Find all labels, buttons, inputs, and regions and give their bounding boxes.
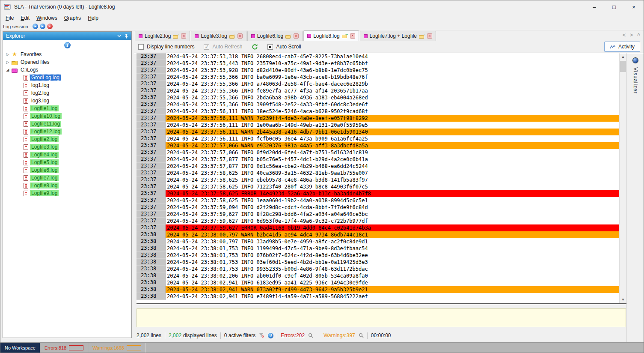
tree-item[interactable]: ▷ ★ Favorites xyxy=(3,51,131,58)
log-row[interactable]: 23:37 2024-05-24 23:37:57,066 WARN e9320… xyxy=(137,142,619,149)
visualizer-label[interactable]: Visualizer xyxy=(632,67,638,94)
log-row[interactable]: 23:38 2024-05-24 23:38:02,941 INFO e7489… xyxy=(137,293,619,300)
tree-item[interactable]: Logfile5.log xyxy=(3,159,131,166)
display-line-numbers-checkbox[interactable] xyxy=(138,44,144,50)
tree-item-label[interactable]: Logfile5.log xyxy=(30,159,59,165)
info-icon[interactable]: i xyxy=(64,42,71,48)
auto-refresh-checkbox[interactable] xyxy=(204,44,209,50)
log-row[interactable]: 23:37 2024-05-24 23:37:59,627 ERROR 0ad4… xyxy=(137,224,619,231)
session-back-button[interactable]: ◄ xyxy=(33,24,38,29)
log-row[interactable]: 23:38 2024-05-24 23:38:02,941 INFO 6183e… xyxy=(137,279,619,286)
log-row[interactable]: 23:37 2024-05-24 23:37:57,877 INFO 0d1c5… xyxy=(137,163,619,170)
open-file-location-icon[interactable]: → xyxy=(419,34,425,39)
tree-item[interactable]: Logfile10.log xyxy=(3,112,131,120)
log-row[interactable]: 23:37 2024-05-24 23:37:55,366 INFO 2bda6… xyxy=(137,94,619,101)
menu-item[interactable]: Help xyxy=(84,14,102,22)
log-row[interactable]: 23:37 2024-05-24 23:37:55,366 INFO ba0a6… xyxy=(137,74,619,81)
tree-item[interactable]: Logfile12.log xyxy=(3,128,131,135)
log-row[interactable]: 23:38 2024-05-24 23:38:00,797 INFO 33ad9… xyxy=(137,238,619,245)
tab-close-icon[interactable]: × xyxy=(237,33,243,39)
log-row[interactable]: 23:37 2024-05-24 23:37:57,877 INFO b05c7… xyxy=(137,156,619,163)
menu-item[interactable]: Edit xyxy=(17,14,33,22)
tab-label[interactable]: Logfile6.log xyxy=(257,33,283,39)
explorer-header[interactable]: Explorer xyxy=(3,32,131,40)
log-row[interactable]: 23:37 2024-05-24 23:37:59,627 INFO 8f28c… xyxy=(137,211,619,218)
scroll-down-icon[interactable]: ▼ xyxy=(620,296,626,303)
scroll-up-icon[interactable]: ▲ xyxy=(620,53,626,60)
expander-icon[interactable]: ▷ xyxy=(6,52,10,57)
tree-item-label[interactable]: Logfile10.log xyxy=(30,113,62,119)
log-row[interactable]: 23:37 2024-05-24 23:37:59,094 INFO d2f29… xyxy=(137,204,619,211)
log-row[interactable]: 23:37 2024-05-24 23:37:58,625 INFO 71223… xyxy=(137,183,619,190)
tree-item[interactable]: Logfile1.log xyxy=(3,105,131,112)
tab-close-icon[interactable]: × xyxy=(427,33,432,39)
tree-item-label[interactable]: log1.log xyxy=(30,82,50,88)
menu-item[interactable]: Windows xyxy=(33,14,61,22)
tree-item-label[interactable]: log2.log xyxy=(30,90,50,96)
log-row[interactable]: 23:37 2024-05-24 23:37:59,627 INFO 6d953… xyxy=(137,218,619,224)
tab-close-icon[interactable]: × xyxy=(181,33,186,39)
tree-item[interactable]: Logfile2.log xyxy=(3,135,131,143)
tab-close-icon[interactable]: × xyxy=(350,33,355,39)
tree-item[interactable]: GrodLog.log xyxy=(3,74,131,81)
menu-item[interactable]: Graphs xyxy=(61,14,84,22)
tree-item-label[interactable]: Logfile7.log xyxy=(30,175,59,181)
clear-filters-icon[interactable] xyxy=(259,333,264,338)
tree-item-label[interactable]: log3.log xyxy=(30,98,50,104)
log-view[interactable]: 23:37 2024-05-24 23:37:53,318 INFO 26808… xyxy=(137,53,619,303)
auto-refresh-label[interactable]: Auto Refresh xyxy=(212,44,242,50)
tab-close-icon[interactable]: × xyxy=(294,33,299,39)
tab[interactable]: Logfile7.log + Logfile → × xyxy=(360,31,436,41)
log-row[interactable]: 23:37 2024-05-24 23:37:55,366 INFO fe89e… xyxy=(137,87,619,94)
tab[interactable]: Logfile2.log → × xyxy=(135,31,190,41)
tree-item-label[interactable]: GrodLog.log xyxy=(30,75,61,81)
tab-list-icon[interactable]: ^ xyxy=(637,32,640,38)
warnings-search-icon[interactable] xyxy=(359,333,364,338)
log-row[interactable]: 23:37 2024-05-24 23:37:58,625 ERROR 14e4… xyxy=(137,190,619,197)
tab-scroll-left-icon[interactable]: < xyxy=(623,32,626,38)
tree-item[interactable]: Logfile6.log xyxy=(3,166,131,174)
maximize-button[interactable]: □ xyxy=(604,0,624,13)
tree-item-label[interactable]: Logfile11.log xyxy=(30,121,61,127)
tab-label[interactable]: Logfile7.log + Logfile xyxy=(370,33,417,39)
log-row[interactable]: 23:38 2024-05-24 23:38:01,753 INFO 076b0… xyxy=(137,252,619,259)
tab-label[interactable]: Logfile3.log xyxy=(201,33,227,39)
open-file-location-icon[interactable]: → xyxy=(173,34,179,39)
open-file-location-icon[interactable]: → xyxy=(342,33,348,38)
expander-icon[interactable]: ▷ xyxy=(6,60,10,64)
tree-item-label[interactable]: Logfile9.log xyxy=(30,190,59,196)
chevron-down-icon[interactable] xyxy=(117,35,121,37)
tree-item[interactable]: ▷ Opened files xyxy=(3,58,131,66)
log-row[interactable]: 23:37 2024-05-24 23:37:57,066 INFO 0f9d2… xyxy=(137,149,619,156)
tab[interactable]: Logfile6.log → × xyxy=(247,31,303,41)
auto-scroll-label[interactable]: Auto Scroll xyxy=(276,44,301,50)
tab-label[interactable]: Logfile8.log xyxy=(313,33,339,39)
filters-info-icon[interactable]: i xyxy=(268,333,273,338)
session-forward-button[interactable]: ► xyxy=(40,24,45,29)
tree-item[interactable]: Logfile8.log xyxy=(3,182,131,189)
log-row[interactable]: 23:38 2024-05-24 23:38:02,206 INFO ab001… xyxy=(137,272,619,279)
log-row[interactable]: 23:38 2024-05-24 23:38:01,753 INFO 99352… xyxy=(137,266,619,272)
log-row[interactable]: 23:38 2024-05-24 23:38:01,753 INFO 03ef6… xyxy=(137,259,619,266)
session-close-button[interactable]: × xyxy=(47,24,53,29)
open-file-location-icon[interactable]: → xyxy=(285,34,291,39)
log-row[interactable]: 23:37 2024-05-24 23:37:53,443 INFO 23579… xyxy=(137,60,619,67)
tree-item-label[interactable]: Favorites xyxy=(19,51,43,57)
tree-item[interactable]: ◢ C:\Logs xyxy=(3,66,131,74)
errors-search-icon[interactable] xyxy=(308,333,313,338)
tree-item-label[interactable]: Logfile12.log xyxy=(30,129,62,135)
tab[interactable]: Logfile3.log → × xyxy=(191,31,246,41)
tree-item[interactable]: Logfile7.log xyxy=(3,174,131,182)
menu-item[interactable]: File xyxy=(2,14,17,22)
tree-item-label[interactable]: Logfile3.log xyxy=(30,144,59,150)
tree-item-label[interactable]: Logfile6.log xyxy=(30,167,59,173)
log-row[interactable]: 23:38 2024-05-24 23:38:00,797 WARN b2bc4… xyxy=(137,231,619,238)
tree-item[interactable]: log2.log xyxy=(3,89,131,97)
minimize-button[interactable]: – xyxy=(585,0,604,13)
expander-icon[interactable]: ◢ xyxy=(6,68,10,72)
tree-item[interactable]: Logfile3.log xyxy=(3,143,131,151)
tree-item[interactable]: log3.log xyxy=(3,97,131,105)
log-row[interactable]: 23:37 2024-05-24 23:37:56,111 WARN 7d239… xyxy=(137,115,619,122)
log-row[interactable]: 23:37 2024-05-24 23:37:53,928 INFO d82d4… xyxy=(137,67,619,74)
log-row[interactable]: 23:37 2024-05-24 23:37:56,111 INFO 18ec5… xyxy=(137,108,619,115)
